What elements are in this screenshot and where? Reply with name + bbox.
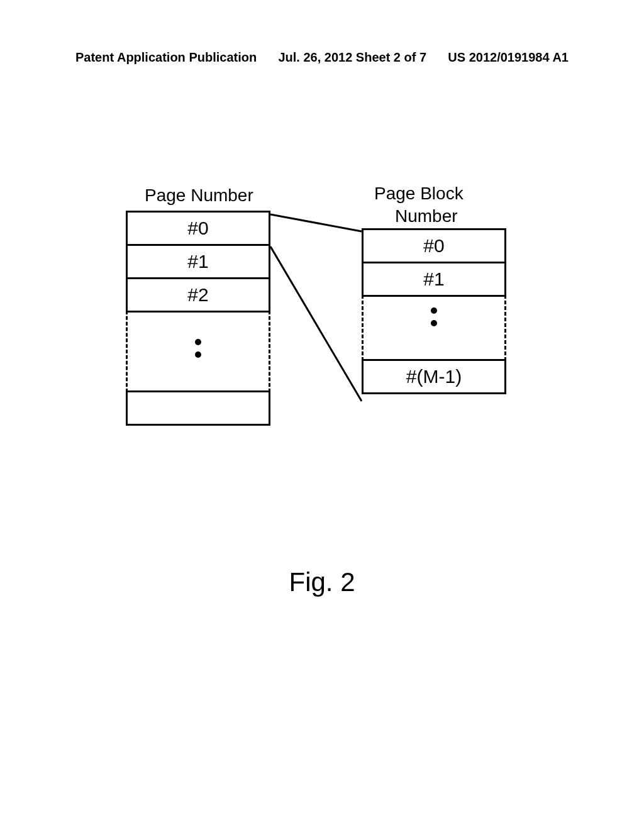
page-cell-1: #1 [126,244,270,279]
page-number-table: #0 #1 #2 [126,213,270,426]
page-header: Patent Application Publication Jul. 26, … [75,50,569,65]
vertical-ellipsis-icon [431,307,437,326]
svg-line-1 [270,246,362,401]
page-cell-0: #0 [126,211,270,246]
block-cell-0: #0 [362,228,506,263]
header-publication-type: Patent Application Publication [75,50,257,65]
header-publication-number: US 2012/0191984 A1 [448,50,569,65]
block-cell-continuation [362,295,506,361]
page-cell-2: #2 [126,277,270,313]
page-cell-last [126,390,270,426]
page-block-number-label-line2: Number [395,206,458,226]
connector-lines [270,213,365,439]
svg-line-0 [270,214,362,231]
page-cell-continuation [126,311,270,392]
page-block-number-table: #0 #1 #(M-1) [362,230,506,394]
vertical-ellipsis-icon [195,339,201,358]
block-cell-1: #1 [362,262,506,297]
block-cell-last: #(M-1) [362,359,506,394]
header-date-sheet: Jul. 26, 2012 Sheet 2 of 7 [278,50,426,65]
figure-label: Fig. 2 [289,567,355,597]
diagram: Page Number Page Block Number #0 #1 #2 #… [123,189,525,503]
page-number-label: Page Number [145,185,253,206]
page-block-number-label-line1: Page Block [374,184,464,204]
